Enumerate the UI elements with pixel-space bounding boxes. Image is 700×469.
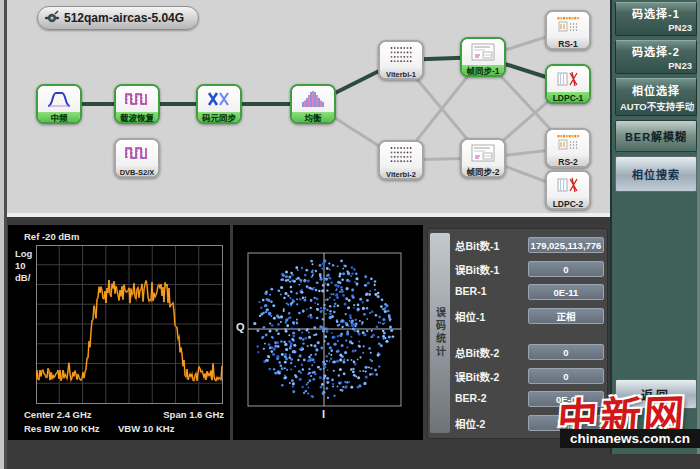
status-tab-label: 误码统计 bbox=[433, 307, 448, 359]
status-label: 总Bit数-1 bbox=[455, 238, 527, 253]
status-value: 0E-11 bbox=[528, 284, 604, 300]
node-label: DVB-S2/X bbox=[116, 166, 158, 178]
spectrum-plot bbox=[36, 245, 224, 405]
status-label: 相位-1 bbox=[455, 309, 527, 324]
node-viterbi-2[interactable]: Viterbi-2 bbox=[378, 140, 424, 180]
node-label: 中频 bbox=[38, 112, 80, 124]
trellis-icon bbox=[380, 142, 422, 168]
signal-config-button[interactable]: 512qam-aircas-5.04G bbox=[37, 6, 199, 30]
button-label: 码选择-2 bbox=[620, 43, 692, 59]
signal-config-label: 512qam-aircas-5.04G bbox=[64, 11, 184, 25]
node-rs-2[interactable]: RS-2 bbox=[545, 128, 591, 168]
status-label: 总Bit数-2 bbox=[455, 345, 527, 360]
status-value: 反相 bbox=[528, 415, 604, 431]
status-value: 179,025,113,776 bbox=[528, 237, 604, 253]
framesync-icon bbox=[462, 140, 504, 166]
node-frame-sync-2[interactable]: 帧同步-2 bbox=[460, 138, 506, 178]
button-label: 码选择-1 bbox=[620, 5, 692, 21]
node-label: Viterbi-2 bbox=[380, 168, 422, 180]
node-label: 码元同步 bbox=[198, 112, 240, 124]
back-button[interactable]: 返回 bbox=[615, 379, 697, 409]
constellation-panel: Q I bbox=[233, 225, 423, 440]
status-label: 误Bit数-2 bbox=[455, 369, 527, 384]
spectrum-ref-level: Ref -20 dBm bbox=[24, 231, 79, 242]
node-rs-1[interactable]: RS-1 bbox=[545, 10, 591, 50]
back-button-label: 返回 bbox=[641, 386, 671, 403]
node-frame-sync-1[interactable]: 帧同步-1 bbox=[460, 37, 506, 77]
ber-status-panel: 误码统计 总Bit数-1179,025,113,776误Bit数-10BER-1… bbox=[427, 228, 608, 439]
status-panel-tab: 误码统计 bbox=[430, 233, 450, 433]
status-label: 相位-2 bbox=[455, 416, 527, 431]
node-label: RS-2 bbox=[547, 156, 589, 168]
node-viterbi-1[interactable]: Viterbi-1 bbox=[378, 40, 424, 80]
status-value: 0 bbox=[528, 344, 604, 360]
node-ldpc-1[interactable]: LDPC-1 bbox=[545, 64, 591, 104]
status-value: 0 bbox=[528, 368, 604, 384]
spectrum-panel: Ref -20 dBm Log 10 dB/ Center 2.4 GHz Sp… bbox=[8, 225, 230, 440]
framesync-icon bbox=[462, 39, 504, 65]
node-if[interactable]: 中频 bbox=[36, 84, 82, 124]
spectrum-span: Span 1.6 GHz bbox=[163, 409, 224, 420]
button-sublabel: PN23 bbox=[620, 22, 692, 33]
sidebar-button-5[interactable]: 相位搜索 bbox=[615, 156, 697, 192]
comb-icon bbox=[292, 86, 334, 112]
spectrum-vbw: VBW 10 KHz bbox=[118, 423, 174, 434]
rs-icon bbox=[547, 12, 589, 38]
squarewave-icon bbox=[116, 86, 158, 112]
status-label: BER-1 bbox=[455, 285, 527, 297]
node-dvb-s2x[interactable]: DVB-S2/X bbox=[114, 138, 160, 178]
spectrum-log-label: Log bbox=[15, 248, 32, 259]
node-label: LDPC-1 bbox=[547, 92, 589, 104]
node-label: 帧同步-1 bbox=[462, 65, 504, 77]
ldpc-icon bbox=[547, 66, 589, 92]
node-label: 载波恢复 bbox=[116, 112, 158, 124]
eye-icon bbox=[198, 86, 240, 112]
q-axis-label: Q bbox=[236, 321, 245, 333]
status-value: 0 bbox=[528, 261, 604, 277]
ldpc-icon bbox=[547, 172, 589, 198]
constellation-plot bbox=[246, 251, 404, 409]
node-symbol-sync[interactable]: 码元同步 bbox=[196, 84, 242, 124]
bandpass-icon bbox=[38, 86, 80, 112]
node-label: RS-1 bbox=[547, 38, 589, 50]
status-value: 0E-0 bbox=[528, 391, 604, 407]
sidebar-button-2[interactable]: 码选择-2PN23 bbox=[615, 40, 697, 74]
node-label: 帧同步-2 bbox=[462, 166, 504, 178]
i-axis-label: I bbox=[322, 408, 325, 420]
sidebar-button-4[interactable]: BER解模糊 bbox=[615, 120, 697, 152]
node-label: 均衡 bbox=[292, 112, 334, 124]
block-diagram-panel: 512qam-aircas-5.04G 中频载波恢复DVB-S2/X码元同步均衡… bbox=[7, 0, 610, 217]
node-label: LDPC-2 bbox=[547, 198, 589, 210]
button-sublabel: PN23 bbox=[620, 60, 692, 71]
sidebar: 码选择-1PN23码选择-2PN23相位选择AUTO不支持手动BER解模糊相位搜… bbox=[610, 0, 700, 454]
satellite-icon bbox=[44, 10, 60, 26]
status-value: 正相 bbox=[528, 308, 604, 324]
node-equalizer[interactable]: 均衡 bbox=[290, 84, 336, 124]
spectrum-scale-value: 10 bbox=[15, 260, 26, 271]
button-label: 相位选择 bbox=[620, 82, 692, 98]
demodulator-app-window: 512qam-aircas-5.04G 中频载波恢复DVB-S2/X码元同步均衡… bbox=[0, 0, 700, 469]
node-carrier-rec[interactable]: 载波恢复 bbox=[114, 84, 160, 124]
trellis-icon bbox=[380, 42, 422, 68]
rs-icon bbox=[547, 130, 589, 156]
status-label: 误Bit数-1 bbox=[455, 262, 527, 277]
squarewave-icon bbox=[116, 140, 158, 166]
sidebar-button-3[interactable]: 相位选择AUTO不支持手动 bbox=[615, 78, 697, 116]
button-label: BER解模糊 bbox=[620, 128, 692, 144]
node-ldpc-2[interactable]: LDPC-2 bbox=[545, 170, 591, 210]
left-edge-strip bbox=[0, 0, 7, 469]
sidebar-button-1[interactable]: 码选择-1PN23 bbox=[615, 2, 697, 36]
status-label: BER-2 bbox=[455, 392, 527, 404]
spectrum-rbw: Res BW 100 KHz bbox=[24, 423, 100, 434]
button-sublabel: AUTO不支持手动 bbox=[620, 99, 692, 113]
spectrum-center-freq: Center 2.4 GHz bbox=[24, 409, 92, 420]
spectrum-scale-unit: dB/ bbox=[15, 272, 30, 283]
button-label: 相位搜索 bbox=[620, 166, 692, 182]
node-label: Viterbi-1 bbox=[380, 68, 422, 80]
